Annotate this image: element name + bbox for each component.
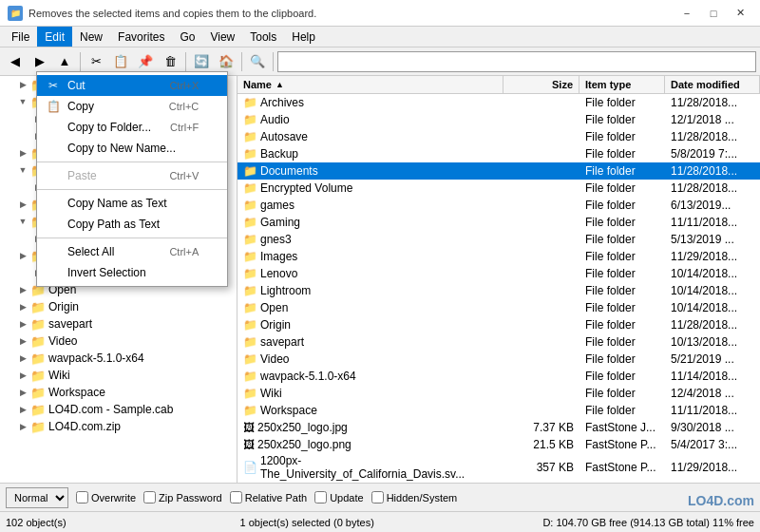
file-name-label: savepart	[260, 335, 304, 349]
file-name-label: Autosave	[260, 130, 308, 143]
toolbar-home[interactable]: 🏠	[215, 50, 238, 73]
tree-item[interactable]: ▶ 📁 Workspace	[0, 384, 237, 401]
toolbar-up[interactable]: ▲	[53, 50, 76, 73]
overwrite-checkbox[interactable]: Overwrite	[76, 491, 136, 504]
mode-select[interactable]: Normal	[6, 487, 68, 508]
toolbar-search[interactable]: 🔍	[246, 50, 269, 73]
col-header-name[interactable]: Name ▲	[238, 76, 504, 93]
context-menu-copy-new-name[interactable]: Copy to New Name...	[37, 138, 227, 159]
empty-icon	[45, 216, 62, 233]
file-name-label: Origin	[260, 318, 291, 332]
toolbar-paste[interactable]: 📌	[134, 50, 157, 73]
address-bar[interactable]	[277, 51, 756, 72]
file-name-label: Backup	[260, 147, 298, 161]
file-row[interactable]: 📄 1200px-The_University_of_California_Da…	[238, 453, 760, 482]
file-icon: 📁	[243, 147, 257, 161]
toolbar-refresh[interactable]: 🔄	[190, 50, 213, 73]
file-icon: 📁	[243, 216, 257, 229]
menu-go[interactable]: Go	[172, 27, 202, 47]
file-date: 11/14/2018...	[665, 370, 760, 383]
file-row[interactable]: 📁 Encrypted Volume File folder 11/28/201…	[238, 180, 760, 197]
empty-icon	[45, 264, 62, 281]
col-header-type[interactable]: Item type	[580, 76, 665, 93]
file-name-label: Wiki	[260, 387, 282, 400]
toolbar-forward[interactable]: ▶	[28, 50, 51, 73]
tree-item[interactable]: ▶ 📁 savepart	[0, 315, 237, 332]
status-disk-info: D: 104.70 GB free (914.13 GB total) 11% …	[463, 517, 754, 528]
file-name: 📁 Audio	[238, 113, 504, 126]
ctx-label: Copy	[67, 100, 94, 113]
tree-item[interactable]: ▶ 📁 Video	[0, 332, 237, 350]
window-controls: − □ ✕	[674, 4, 752, 23]
file-row[interactable]: 📁 Backup File folder 5/8/2019 7:...	[238, 145, 760, 162]
menu-help[interactable]: Help	[284, 27, 323, 47]
file-row[interactable]: 🖼 250x250_logo.jpg 7.37 KB FastStone J..…	[238, 419, 760, 436]
maximize-button[interactable]: □	[701, 4, 726, 23]
tree-item[interactable]: ▶ 📁 wavpack-5.1.0-x64	[0, 350, 237, 367]
file-name-label: Workspace	[260, 404, 317, 417]
file-row[interactable]: 📁 Lenovo File folder 10/14/2018...	[238, 265, 760, 282]
context-menu-select-all[interactable]: Select All Ctrl+A	[37, 241, 227, 262]
file-row[interactable]: 📁 gnes3 File folder 5/13/2019 ...	[238, 231, 760, 248]
file-row[interactable]: 📁 Gaming File folder 11/11/2018...	[238, 214, 760, 231]
zip-password-checkbox[interactable]: Zip Password	[143, 491, 222, 504]
file-row[interactable]: 📁 Workspace File folder 11/11/2018...	[238, 402, 760, 419]
file-date: 5/13/2019 ...	[665, 233, 760, 246]
context-menu-copy-path[interactable]: Copy Path as Text	[37, 214, 227, 235]
col-header-date[interactable]: Date modified	[665, 76, 760, 93]
file-icon: 📁	[243, 233, 257, 246]
tree-item[interactable]: ▶ 📁 LO4D.com.zip	[0, 418, 237, 435]
minimize-button[interactable]: −	[674, 4, 699, 23]
file-row[interactable]: 📁 Open File folder 10/14/2018...	[238, 299, 760, 316]
tree-item[interactable]: ▶ 📁 LO4D.com - Sample.cab	[0, 401, 237, 418]
context-menu-copy[interactable]: 📋 Copy Ctrl+C	[37, 96, 227, 117]
toolbar-cut[interactable]: ✂	[85, 50, 107, 73]
file-row[interactable]: 📁 Lightroom File folder 10/14/2018...	[238, 282, 760, 299]
relative-path-checkbox[interactable]: Relative Path	[230, 491, 307, 504]
file-row[interactable]: 📁 Images File folder 11/29/2018...	[238, 248, 760, 265]
file-name: 📄 1200px-The_University_of_California_Da…	[238, 454, 504, 481]
folder-icon: 📁	[30, 316, 46, 332]
file-row[interactable]: 📁 Archives File folder 11/28/2018...	[238, 94, 760, 111]
file-row[interactable]: 🖼 250x250_logo.png 21.5 KB FastStone P..…	[238, 436, 760, 453]
tree-item[interactable]: ▶ 📁 Origin	[0, 298, 237, 315]
menu-file[interactable]: File	[4, 27, 37, 47]
file-date: 11/28/2018...	[665, 96, 760, 109]
file-row[interactable]: 📁 savepart File folder 10/13/2018...	[238, 333, 760, 351]
tree-expand-icon: ▼	[15, 214, 30, 229]
context-menu-copy-name[interactable]: Copy Name as Text	[37, 193, 227, 214]
context-menu-paste[interactable]: Paste Ctrl+V	[37, 165, 227, 186]
file-row[interactable]: 📦 asus-pc-link-2-0-0-22-150909.apk 3.72 …	[238, 482, 760, 483]
file-icon: 📁	[243, 387, 257, 400]
tree-item[interactable]: ▶ 📁 Wiki	[0, 367, 237, 384]
file-row[interactable]: 📁 Video File folder 5/21/2019 ...	[238, 351, 760, 368]
menu-favorites[interactable]: Favorites	[110, 27, 172, 47]
hidden-system-checkbox[interactable]: Hidden/System	[371, 491, 458, 504]
file-name: 📁 Backup	[238, 147, 504, 161]
file-row[interactable]: 📁 wavpack-5.1.0-x64 File folder 11/14/20…	[238, 368, 760, 385]
file-type: File folder	[580, 318, 665, 332]
toolbar-copy[interactable]: 📋	[109, 50, 132, 73]
menu-tools[interactable]: Tools	[242, 27, 284, 47]
file-row[interactable]: 📁 Wiki File folder 12/4/2018 ...	[238, 385, 760, 402]
context-menu-copy-to-folder[interactable]: Copy to Folder... Ctrl+F	[37, 117, 227, 138]
file-type: File folder	[580, 267, 665, 280]
context-menu-cut[interactable]: ✂ Cut Ctrl+X	[37, 75, 227, 96]
file-row[interactable]: 📁 games File folder 6/13/2019...	[238, 197, 760, 214]
file-row[interactable]: 📁 Origin File folder 11/28/2018...	[238, 316, 760, 333]
context-menu-invert-sel[interactable]: Invert Selection	[37, 262, 227, 283]
menu-edit[interactable]: Edit	[37, 27, 72, 47]
close-button[interactable]: ✕	[728, 4, 752, 23]
tree-item-label: wavpack-5.1.0-x64	[48, 352, 144, 365]
file-row[interactable]: 📁 Audio File folder 12/1/2018 ...	[238, 111, 760, 128]
menu-view[interactable]: View	[202, 27, 242, 47]
file-row[interactable]: 📁 Autosave File folder 11/28/2018...	[238, 128, 760, 145]
col-header-size[interactable]: Size	[504, 76, 580, 93]
file-date: 11/28/2018...	[665, 164, 760, 178]
toolbar-back[interactable]: ◀	[4, 50, 27, 73]
file-row[interactable]: 📁 Documents File folder 11/28/2018...	[238, 162, 760, 180]
toolbar-delete[interactable]: 🗑	[159, 50, 181, 73]
update-checkbox[interactable]: Update	[314, 491, 363, 504]
menu-new[interactable]: New	[72, 27, 110, 47]
file-name-label: wavpack-5.1.0-x64	[260, 370, 356, 383]
